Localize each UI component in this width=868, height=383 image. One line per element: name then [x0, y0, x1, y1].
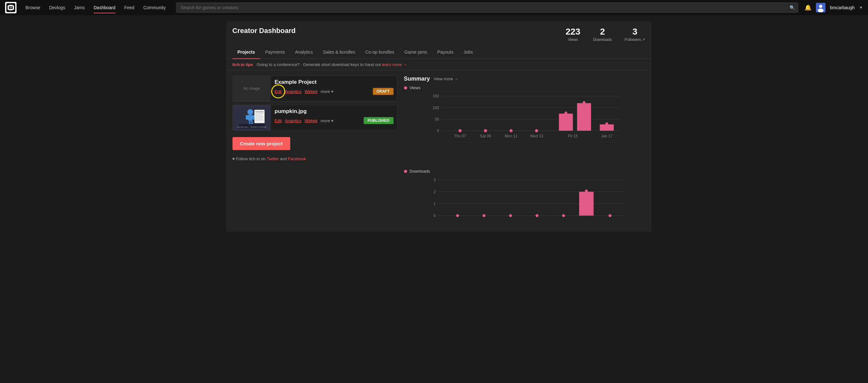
avatar [816, 3, 826, 12]
downloads-legend-dot [404, 170, 407, 173]
svg-rect-15 [255, 111, 264, 112]
svg-text:Thu 07: Thu 07 [454, 134, 466, 138]
nav-jams[interactable]: Jams [70, 3, 88, 12]
downloads-label: Downloads [593, 37, 612, 42]
svg-point-34 [509, 130, 512, 132]
search-container: 🔍 [176, 3, 798, 13]
svg-rect-12 [249, 120, 251, 125]
page-title: Creator Dashboard [232, 27, 296, 35]
project-card-inner: No Image Example Project Edit Analytics [233, 76, 397, 101]
downloads-value: 2 [593, 27, 612, 37]
project-widget-link[interactable]: Widget [305, 89, 317, 94]
chart-panel: Summary View more → Views [398, 75, 645, 227]
stat-followers: 3 Followers ↗ [625, 27, 645, 42]
tips-learn-more-link[interactable]: learn more → [382, 62, 407, 67]
follow-text: Follow itch.io on [236, 156, 267, 161]
svg-text:50: 50 [435, 117, 439, 121]
stats-row: 223 Views 2 Downloads 3 Followers ↗ [566, 27, 645, 42]
nav-browse[interactable]: Browse [22, 3, 44, 12]
svg-text:pumpkin.jpg — Brandon Carbaugh: pumpkin.jpg — Brandon Carbaugh [237, 126, 266, 128]
followers-link[interactable]: Followers ↗ [625, 37, 645, 42]
svg-rect-19 [255, 118, 262, 119]
svg-point-5 [819, 5, 822, 8]
stat-views: 223 Views [566, 27, 581, 42]
views-legend-dot [404, 86, 407, 90]
svg-point-58 [509, 214, 512, 217]
project-card-inner: pumpkin.jpg — Brandon Carbaugh pumpkin.j… [233, 105, 397, 131]
project-analytics-link[interactable]: Analytics [285, 118, 301, 123]
project-edit-link[interactable]: Edit [275, 118, 282, 123]
svg-point-32 [459, 130, 462, 132]
tab-jobs[interactable]: Jobs [458, 46, 478, 59]
svg-point-35 [535, 130, 538, 132]
svg-point-33 [484, 130, 487, 132]
facebook-link[interactable]: Facebook [288, 156, 306, 161]
project-analytics-link[interactable]: Analytics [285, 89, 301, 94]
tab-game-jams[interactable]: Game jams [399, 46, 432, 59]
svg-text:Jan 17: Jan 17 [601, 134, 613, 138]
svg-point-62 [585, 189, 588, 192]
nav-community[interactable]: Community [140, 3, 169, 12]
project-edit-link[interactable]: Edit [275, 89, 282, 94]
svg-point-57 [483, 214, 485, 217]
search-input[interactable] [176, 3, 798, 13]
follow-and: and [280, 156, 288, 161]
views-chart-container: 150 100 50 0 [404, 93, 645, 163]
project-name: pumpkin.jpg [275, 108, 394, 114]
tab-projects[interactable]: Projects [232, 46, 260, 59]
svg-text:3: 3 [434, 178, 436, 182]
svg-rect-20 [255, 119, 264, 120]
create-new-project-button[interactable]: Create new project [232, 137, 290, 150]
nav-feed[interactable]: Feed [120, 3, 138, 12]
user-dropdown-caret-icon[interactable]: ▼ [859, 5, 863, 10]
table-row: pumpkin.jpg — Brandon Carbaugh pumpkin.j… [232, 105, 398, 131]
nav-devlogs[interactable]: Devlogs [45, 3, 69, 12]
tab-payouts[interactable]: Payouts [432, 46, 459, 59]
tips-bar: itch.io tips Going to a conference? · Ge… [226, 59, 652, 70]
follow-heart-icon: ♥ [232, 156, 235, 161]
svg-point-59 [535, 214, 538, 217]
svg-rect-17 [255, 115, 262, 115]
svg-rect-1 [9, 6, 13, 9]
svg-rect-36 [559, 114, 572, 131]
svg-text:Sat 09: Sat 09 [480, 134, 491, 138]
chart-view-more-link[interactable]: View more → [434, 76, 459, 81]
svg-rect-2 [10, 7, 10, 8]
projects-panel: No Image Example Project Edit Analytics [232, 75, 398, 227]
topnav-right: 🔔 bmcarbaugh ▼ [804, 3, 863, 12]
project-thumbnail: pumpkin.jpg — Brandon Carbaugh [233, 105, 271, 131]
search-icon: 🔍 [789, 5, 795, 10]
project-more-button[interactable]: more ▾ [320, 118, 333, 123]
follow-section: ♥ Follow itch.io on Twitter and Facebook [232, 155, 398, 163]
twitter-link[interactable]: Twitter [267, 156, 279, 161]
svg-point-63 [609, 214, 611, 217]
svg-point-39 [583, 101, 585, 104]
svg-rect-9 [248, 115, 252, 120]
table-row: No Image Example Project Edit Analytics [232, 75, 398, 102]
project-info: Example Project Edit Analytics Widget mo… [271, 76, 397, 101]
project-actions: Edit Analytics Widget more ▾ DRAFT [275, 88, 394, 95]
project-info: pumpkin.jpg Edit Analytics Widget more ▾… [271, 105, 397, 131]
svg-rect-11 [252, 115, 255, 119]
content-area: Creator Dashboard 223 Views 2 Downloads … [226, 15, 652, 232]
tab-payments[interactable]: Payments [260, 46, 290, 59]
project-thumbnail: No Image [233, 76, 271, 101]
downloads-legend-label: Downloads [410, 169, 430, 174]
site-logo[interactable] [5, 2, 17, 13]
svg-rect-18 [255, 116, 264, 117]
svg-rect-10 [246, 115, 248, 119]
project-widget-link[interactable]: Widget [305, 118, 317, 123]
main-wrapper: Creator Dashboard 223 Views 2 Downloads … [9, 15, 868, 232]
tab-sales-bundles[interactable]: Sales & bundles [318, 46, 360, 59]
project-more-button[interactable]: more ▾ [320, 89, 333, 94]
svg-text:Mon 11: Mon 11 [504, 134, 517, 138]
svg-text:0: 0 [437, 129, 439, 133]
project-actions: Edit Analytics Widget more ▾ PUBLISHED [275, 117, 394, 124]
nav-dashboard[interactable]: Dashboard [90, 3, 119, 12]
svg-rect-3 [11, 7, 12, 8]
tab-coop-bundles[interactable]: Co-op bundles [360, 46, 399, 59]
nav-links: Browse Devlogs Jams Dashboard Feed Commu… [22, 3, 169, 12]
tab-analytics[interactable]: Analytics [290, 46, 318, 59]
notification-bell-icon[interactable]: 🔔 [804, 4, 811, 11]
project-name: Example Project [275, 79, 394, 85]
